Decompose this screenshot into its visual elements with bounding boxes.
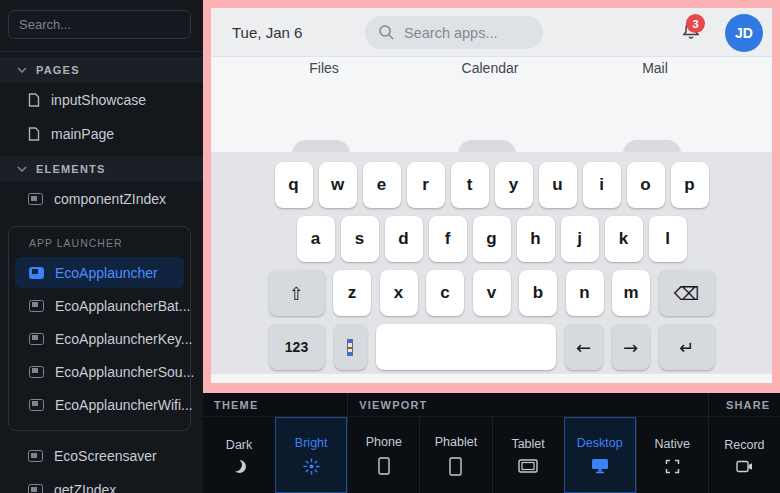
keyboard-row-3: ⇧ z x c v b n m ⌫ xyxy=(269,270,715,316)
key-b[interactable]: b xyxy=(519,270,557,316)
key-e[interactable]: e xyxy=(363,162,401,208)
key-o[interactable]: o xyxy=(627,162,665,208)
spacebar-key[interactable] xyxy=(376,324,556,370)
shift-icon: ⇧ xyxy=(289,283,304,304)
key-i[interactable]: i xyxy=(583,162,621,208)
tablet-icon xyxy=(518,459,538,473)
phone-icon xyxy=(378,457,390,475)
theme-dark-button[interactable]: Dark xyxy=(203,417,275,493)
key-y[interactable]: y xyxy=(495,162,533,208)
viewport-phone-button[interactable]: Phone xyxy=(347,417,419,493)
backspace-key[interactable]: ⌫ xyxy=(659,270,715,316)
avatar[interactable]: JD xyxy=(725,14,763,52)
search-icon xyxy=(378,24,395,41)
key-k[interactable]: k xyxy=(605,216,643,262)
key-x[interactable]: x xyxy=(380,270,418,316)
share-header: SHARE xyxy=(708,393,780,416)
app-launcher-group: APP LAUNCHER EcoApplauncher EcoApplaunch… xyxy=(8,226,191,431)
language-flag-key[interactable] xyxy=(334,324,367,370)
button-label: Bright xyxy=(295,436,328,450)
sidebar-item-getzindex[interactable]: getZIndex xyxy=(0,473,203,493)
button-label: Tablet xyxy=(511,437,544,451)
sidebar-item-ecoapplauncher[interactable]: EcoApplauncher xyxy=(15,257,184,288)
story-icon xyxy=(29,333,44,345)
sidebar-item-mainpage[interactable]: mainPage xyxy=(0,117,203,151)
sidebar: PAGES inputShowcase mainPage ELEMENTS co… xyxy=(0,0,203,493)
key-t[interactable]: t xyxy=(451,162,489,208)
sidebar-item-label: EcoApplauncher xyxy=(55,265,158,281)
key-v[interactable]: v xyxy=(473,270,511,316)
workbench: PAGES inputShowcase mainPage ELEMENTS co… xyxy=(0,0,780,493)
sidebar-item-inputshowcase[interactable]: inputShowcase xyxy=(0,83,203,117)
app-label-mail[interactable]: Mail xyxy=(642,60,668,76)
section-label: ELEMENTS xyxy=(36,163,106,175)
sidebar-item-label: EcoApplauncherSou... xyxy=(55,364,194,380)
sidebar-item-ecoapplauncherwifi[interactable]: EcoApplauncherWifi... xyxy=(15,389,184,420)
key-g[interactable]: g xyxy=(473,216,511,262)
key-n[interactable]: n xyxy=(566,270,604,316)
theme-bright-button[interactable]: Bright xyxy=(275,417,347,493)
sidebar-item-label: mainPage xyxy=(51,126,114,142)
key-l[interactable]: l xyxy=(649,216,687,262)
key-a[interactable]: a xyxy=(297,216,335,262)
viewport-header: VIEWPORT xyxy=(347,393,708,416)
arrow-right-key[interactable]: → xyxy=(612,324,650,370)
key-r[interactable]: r xyxy=(407,162,445,208)
key-w[interactable]: w xyxy=(319,162,357,208)
monitor-icon xyxy=(591,458,609,474)
sidebar-item-ecoapplauncherkey[interactable]: EcoApplauncherKey... xyxy=(15,323,184,354)
viewport-native-button[interactable]: Native xyxy=(636,417,708,493)
share-record-button[interactable]: Record xyxy=(708,417,780,493)
date-display: Tue, Jan 6 xyxy=(232,8,302,57)
preview-frame: Tue, Jan 6 3 JD Files Calendar xyxy=(203,0,780,393)
key-s[interactable]: s xyxy=(341,216,379,262)
numbers-key[interactable]: 123 xyxy=(269,324,325,370)
key-j[interactable]: j xyxy=(561,216,599,262)
enter-icon: ↵ xyxy=(679,337,694,358)
sidebar-item-ecoapplauncherbat[interactable]: EcoApplauncherBat... xyxy=(15,290,184,321)
keyboard-row-4: 123 ← → ↵ xyxy=(269,324,715,370)
key-d[interactable]: d xyxy=(385,216,423,262)
viewport-tablet-button[interactable]: Tablet xyxy=(492,417,564,493)
section-header-elements[interactable]: ELEMENTS xyxy=(0,156,203,182)
key-c[interactable]: c xyxy=(426,270,464,316)
enter-key[interactable]: ↵ xyxy=(659,324,715,370)
key-u[interactable]: u xyxy=(539,162,577,208)
sidebar-item-label: componentZIndex xyxy=(54,191,166,207)
section-header-pages[interactable]: PAGES xyxy=(0,57,203,83)
sidebar-item-componentzindex[interactable]: componentZIndex xyxy=(0,182,203,216)
shift-key[interactable]: ⇧ xyxy=(269,270,325,316)
key-p[interactable]: p xyxy=(671,162,709,208)
section-label: PAGES xyxy=(36,64,80,76)
key-m[interactable]: m xyxy=(612,270,650,316)
language-flag-icon xyxy=(347,339,353,356)
viewport-desktop-button[interactable]: Desktop xyxy=(564,417,636,493)
button-label: Native xyxy=(655,437,690,451)
sidebar-item-label: inputShowcase xyxy=(51,92,146,108)
app-label-calendar[interactable]: Calendar xyxy=(462,60,519,76)
sidebar-item-ecoapplaunchersou[interactable]: EcoApplauncherSou... xyxy=(15,356,184,387)
story-icon xyxy=(29,267,44,279)
arrow-left-key[interactable]: ← xyxy=(565,324,603,370)
key-q[interactable]: q xyxy=(275,162,313,208)
key-f[interactable]: f xyxy=(429,216,467,262)
canvas-toolbar: THEME VIEWPORT SHARE Dark Bright xyxy=(203,393,780,493)
viewport-phablet-button[interactable]: Phablet xyxy=(419,417,491,493)
app-search-field[interactable] xyxy=(365,16,543,49)
button-label: Record xyxy=(724,438,764,452)
corner-brackets-icon xyxy=(665,459,680,474)
key-h[interactable]: h xyxy=(517,216,555,262)
arrow-left-icon: ← xyxy=(576,337,591,358)
moon-icon xyxy=(233,460,246,473)
app-label-files[interactable]: Files xyxy=(309,60,339,76)
button-label: Desktop xyxy=(577,436,623,450)
key-z[interactable]: z xyxy=(333,270,371,316)
sidebar-search-input[interactable] xyxy=(8,10,191,39)
app-search-input[interactable] xyxy=(404,25,534,41)
sidebar-item-ecoscreensaver[interactable]: EcoScreensaver xyxy=(0,439,203,473)
story-icon xyxy=(28,484,43,493)
sidebar-item-label: EcoApplauncherWifi... xyxy=(55,397,193,413)
sidebar-item-label: EcoApplauncherKey... xyxy=(55,331,193,347)
arrow-right-icon: → xyxy=(623,337,638,358)
document-icon xyxy=(28,93,40,107)
